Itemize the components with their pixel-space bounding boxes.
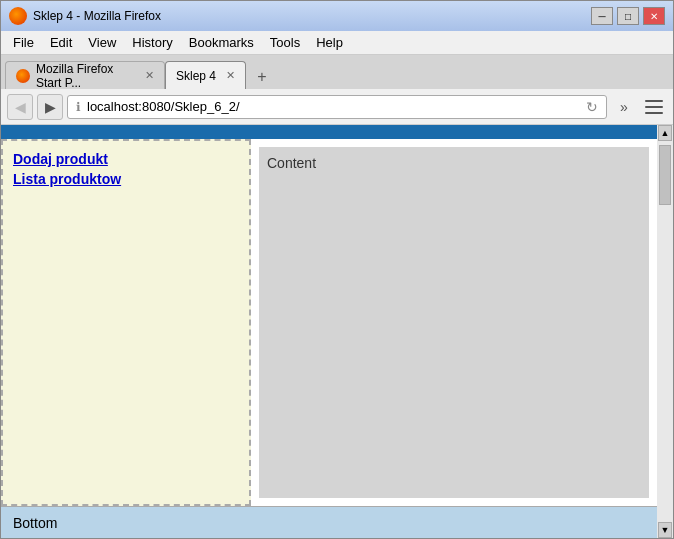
tab-1-close[interactable]: ✕ [145,69,154,82]
scrollbar-track[interactable] [658,141,672,522]
tab-bar: Mozilla Firefox Start P... ✕ Sklep 4 ✕ + [1,55,673,89]
new-tab-button[interactable]: + [250,65,274,89]
content-area: Content [259,147,649,498]
tab-1-label: Mozilla Firefox Start P... [36,62,135,90]
scrollbar-thumb[interactable] [659,145,671,205]
scroll-up-button[interactable]: ▲ [658,125,672,141]
url-display: localhost:8080/Sklep_6_2/ [87,99,240,114]
menu-history[interactable]: History [124,33,180,52]
title-bar-left: Sklep 4 - Mozilla Firefox [9,7,161,25]
footer-label: Bottom [13,515,57,531]
menu-edit[interactable]: Edit [42,33,80,52]
reload-icon[interactable]: ↻ [586,99,598,115]
hamburger-line-2 [645,106,663,108]
tab-firefox-icon [16,69,30,83]
content-label: Content [267,155,316,171]
tab-2-close[interactable]: ✕ [226,69,235,82]
maximize-button[interactable]: □ [617,7,639,25]
hamburger-line-1 [645,100,663,102]
dodaj-produkt-link[interactable]: Dodaj produkt [13,151,239,167]
menu-file[interactable]: File [5,33,42,52]
menu-button[interactable] [641,94,667,120]
scrollbar: ▲ ▼ [657,125,673,538]
page-header-bar [1,125,657,139]
browser-window: Sklep 4 - Mozilla Firefox ─ □ ✕ File Edi… [0,0,674,539]
page-footer: Bottom [1,506,657,538]
menu-help[interactable]: Help [308,33,351,52]
tab-2-label: Sklep 4 [176,69,216,83]
forward-button[interactable]: ▶ [37,94,63,120]
address-input-container[interactable]: ℹ localhost:8080/Sklep_6_2/ ↻ [67,95,607,119]
hamburger-line-3 [645,112,663,114]
overflow-button[interactable]: » [611,94,637,120]
tab-1[interactable]: Mozilla Firefox Start P... ✕ [5,61,165,89]
page-inner: Dodaj produkt Lista produktow Content Bo… [1,125,657,538]
tab-2[interactable]: Sklep 4 ✕ [165,61,246,89]
window-title: Sklep 4 - Mozilla Firefox [33,9,161,23]
minimize-button[interactable]: ─ [591,7,613,25]
window-controls: ─ □ ✕ [591,7,665,25]
address-bar: ◀ ▶ ℹ localhost:8080/Sklep_6_2/ ↻ » [1,89,673,125]
scroll-down-button[interactable]: ▼ [658,522,672,538]
page-main: Dodaj produkt Lista produktow Content [1,139,657,506]
back-button[interactable]: ◀ [7,94,33,120]
sidebar: Dodaj produkt Lista produktow [1,139,251,506]
menu-view[interactable]: View [80,33,124,52]
page-area: Dodaj produkt Lista produktow Content Bo… [1,125,673,538]
info-icon: ℹ [76,100,81,114]
firefox-logo-icon [9,7,27,25]
menu-bookmarks[interactable]: Bookmarks [181,33,262,52]
menu-tools[interactable]: Tools [262,33,308,52]
menu-bar: File Edit View History Bookmarks Tools H… [1,31,673,55]
title-bar: Sklep 4 - Mozilla Firefox ─ □ ✕ [1,1,673,31]
lista-produktow-link[interactable]: Lista produktow [13,171,239,187]
close-button[interactable]: ✕ [643,7,665,25]
